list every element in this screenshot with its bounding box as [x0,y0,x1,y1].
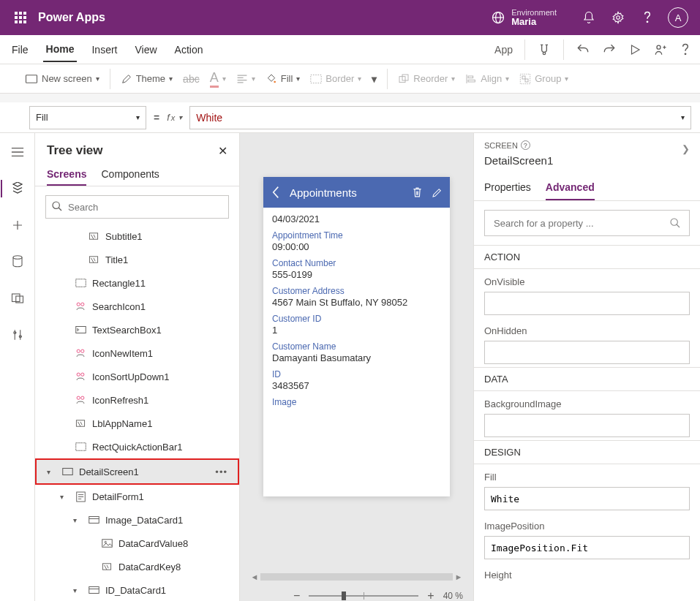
tree-search-input[interactable] [45,195,229,219]
tree-node[interactable]: LblAppName1 [35,412,239,435]
checker-icon[interactable] [537,42,552,57]
formula-expand-icon[interactable]: ▾ [681,113,685,121]
imgpos-input[interactable] [484,536,690,559]
svg-point-23 [53,202,59,208]
close-icon[interactable]: ✕ [218,144,227,158]
tree-node[interactable]: RectQuickActionBar1 [35,435,239,458]
edit-icon[interactable] [432,187,443,198]
tree-node[interactable]: ▾Image_DataCard1 [35,508,239,532]
tree-node[interactable]: SearchIcon1 [35,295,239,318]
new-screen-button[interactable]: New screen▾ [25,73,99,84]
menu-action[interactable]: Action [172,38,206,61]
tree-node[interactable]: Subtitle1 [35,224,239,248]
insert-icon[interactable] [3,213,32,237]
fill-button[interactable]: Fill▾ [266,73,301,85]
tree-node[interactable]: Rectangle11 [35,271,239,295]
tab-properties[interactable]: Properties [484,177,531,200]
undo-icon[interactable] [576,42,590,57]
back-icon[interactable] [271,186,281,199]
theme-button[interactable]: Theme▾ [121,73,173,85]
horizontal-scrollbar[interactable]: ◄► [240,570,473,583]
chevron-right-icon[interactable]: ❯ [682,143,690,154]
environment-picker[interactable]: Environment Maria [491,8,557,27]
field-value: 09:00:00 [272,241,441,252]
svg-point-30 [77,349,80,352]
field-value: Damayanti Basumatary [272,352,441,363]
redo-icon[interactable] [602,42,617,57]
node-icon [88,254,99,265]
node-icon [75,348,86,358]
tools-icon[interactable] [3,323,32,347]
node-icon [88,231,99,241]
menu-file[interactable]: File [9,38,31,61]
svg-point-4 [543,52,545,54]
svg-rect-10 [311,75,321,83]
node-label: RectQuickActionBar1 [92,442,183,453]
help-menu-icon[interactable] [680,42,691,57]
tree-view-icon[interactable] [3,177,32,200]
tree-node[interactable]: Title1 [35,248,239,271]
tree-node[interactable]: ▾ID_DataCard1 [35,578,239,601]
svg-rect-8 [26,75,37,83]
bgimage-input[interactable] [484,414,690,437]
zoom-out-icon[interactable]: − [293,589,300,601]
settings-icon[interactable] [603,0,633,35]
tree-node[interactable]: TextSearchBox1 [35,318,239,341]
node-label: Rectangle11 [92,278,146,289]
info-icon[interactable]: ? [521,140,530,150]
product-name: Power Apps [38,11,105,24]
media-icon[interactable] [3,287,32,310]
hamburger-icon[interactable] [3,140,32,164]
property-search-input[interactable] [484,210,690,236]
tab-components[interactable]: Components [101,164,159,186]
tree-node[interactable]: IconNewItem1 [35,341,239,365]
field-label: Image [272,397,441,407]
fx-icon[interactable]: fx▾ [167,112,182,123]
detail-screen-preview[interactable]: Appointments 04/03/2021 Appointment Time… [263,177,450,496]
onhidden-input[interactable] [484,341,690,364]
tree-view-panel: Tree view ✕ Screens Components Subtitle1… [35,133,240,601]
menu-home[interactable]: Home [43,37,78,62]
zoom-control[interactable]: − + 40 % [240,583,473,601]
svg-point-7 [685,53,685,54]
menu-view[interactable]: View [132,38,159,61]
node-icon [101,562,113,572]
field-label: Appointment Time [272,230,441,241]
tree-node[interactable]: ▾DetailForm1 [35,485,239,508]
user-avatar[interactable]: A [668,7,688,28]
tab-advanced[interactable]: Advanced [546,177,595,200]
formula-input[interactable]: White ▾ [189,106,691,129]
zoom-in-icon[interactable]: + [427,589,434,601]
onvisible-input[interactable] [484,292,690,315]
node-label: DetailForm1 [92,491,144,502]
play-icon[interactable] [628,43,641,56]
tree-node[interactable]: IconSortUpDown1 [35,365,239,388]
field-value: 3483567 [272,380,441,391]
tree-node[interactable]: DataCardKey8 [35,555,239,578]
notifications-icon[interactable] [574,0,603,35]
tree-node[interactable]: DataCardValue8 [35,532,239,555]
more-icon[interactable]: ••• [215,466,227,477]
svg-point-18 [13,256,22,260]
app-launcher-icon[interactable] [6,0,35,35]
field-label: Customer Name [272,341,441,352]
imgpos-label: ImagePosition [484,521,690,532]
svg-point-46 [671,219,677,225]
menu-insert[interactable]: Insert [89,38,120,61]
menu-bar: File Home Insert View Action App [0,35,700,64]
node-label: DataCardValue8 [118,538,188,549]
app-label[interactable]: App [494,44,513,56]
node-label: IconRefresh1 [92,395,148,406]
delete-icon[interactable] [412,186,423,198]
ribbon-expand-icon[interactable]: ▾ [372,73,377,85]
reorder-button: Reorder▾ [398,73,455,85]
help-icon[interactable] [633,0,662,35]
data-icon[interactable] [3,250,32,273]
tree-node[interactable]: ▾DetailScreen1••• [35,458,239,485]
share-icon[interactable] [653,42,668,57]
tree-node[interactable]: IconRefresh1 [35,388,239,412]
tab-screens[interactable]: Screens [47,164,86,186]
property-selector[interactable]: Fill▾ [29,106,146,129]
bgimage-label: BackgroundImage [484,398,690,409]
fill-input[interactable] [484,487,690,510]
